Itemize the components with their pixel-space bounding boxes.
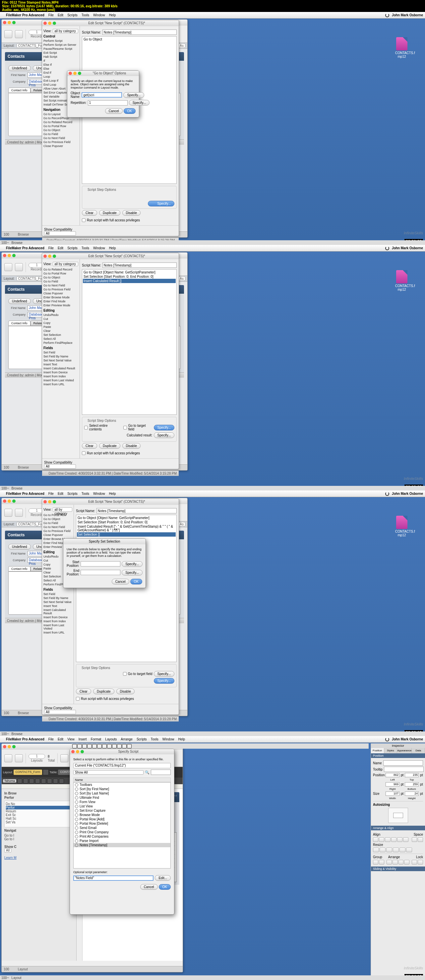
menu-window[interactable]: Window xyxy=(93,13,105,17)
zoom-value[interactable]: 100 xyxy=(4,967,9,971)
arrange-button[interactable] xyxy=(393,860,398,864)
align-right-button[interactable] xyxy=(47,778,52,784)
size-height[interactable]: 24 xyxy=(405,792,419,796)
menu-insert[interactable]: Insert xyxy=(79,737,87,741)
select-entire-checkbox[interactable] xyxy=(84,426,88,430)
menu-scripts[interactable]: Scripts xyxy=(136,737,147,741)
mode-label[interactable]: Browse xyxy=(18,711,29,715)
menu-layouts[interactable]: Layouts xyxy=(105,737,117,741)
tab-styles[interactable]: Styles xyxy=(384,748,398,753)
step-item[interactable]: Set Field By Name xyxy=(43,355,78,358)
unlock-button[interactable] xyxy=(418,860,423,864)
step-item[interactable]: Insert from Device xyxy=(43,615,72,619)
name-field[interactable] xyxy=(383,760,423,765)
step-item[interactable]: Pause/Resume Script xyxy=(43,47,78,51)
menu-scripts[interactable]: Scripts xyxy=(67,13,78,17)
menu-tools[interactable]: Tools xyxy=(82,492,89,495)
step-item[interactable]: Go to Object xyxy=(43,275,78,280)
menu-help[interactable]: Help xyxy=(109,13,116,17)
section-arrange[interactable]: Arrange & Align xyxy=(371,826,425,830)
zoom-icon[interactable] xyxy=(53,22,56,25)
ungroup-button[interactable] xyxy=(379,860,384,864)
step-item[interactable]: Clear xyxy=(43,329,78,333)
minimize-icon[interactable] xyxy=(8,254,11,257)
disable-button[interactable]: Disable xyxy=(122,210,141,216)
bold-button[interactable] xyxy=(17,778,22,784)
menu-window[interactable]: Window xyxy=(93,246,105,250)
compat-dropdown[interactable]: All xyxy=(44,231,76,235)
step-item[interactable]: Insert from URL xyxy=(43,630,72,635)
script-step[interactable]: Go to Object xyxy=(83,37,176,41)
zoom-value[interactable]: 100 xyxy=(4,711,9,715)
step-item[interactable]: Go to Field xyxy=(43,132,78,136)
section-sliding[interactable]: Sliding & Visibility xyxy=(371,867,425,871)
ok-button[interactable]: OK xyxy=(130,579,142,584)
disable-button[interactable]: Disable xyxy=(122,443,141,449)
minimize-icon[interactable] xyxy=(8,745,11,748)
zoom-value[interactable]: 100 xyxy=(4,233,9,236)
step-item[interactable]: Insert Text xyxy=(43,604,72,608)
desktop-file-icon[interactable]: CONTACTS.fmp12 xyxy=(395,516,408,537)
close-icon[interactable] xyxy=(43,500,47,503)
script-name-field[interactable] xyxy=(102,262,177,268)
step-item[interactable]: Set Field By Name xyxy=(43,596,72,600)
align-center-button[interactable] xyxy=(41,778,46,784)
step-item[interactable]: Set Next Serial Value xyxy=(43,600,72,604)
script-step[interactable]: Go to Object [Object Name: GetScriptPara… xyxy=(77,516,176,520)
lock-button[interactable] xyxy=(412,860,417,864)
nav-fwd-button[interactable] xyxy=(15,754,23,762)
line-button[interactable] xyxy=(59,778,64,784)
button-tool[interactable] xyxy=(107,744,112,748)
step-item[interactable]: Go to Next Field xyxy=(43,136,78,140)
tab-appearance[interactable]: Appearance xyxy=(397,748,412,753)
nav-back-button[interactable] xyxy=(4,263,12,271)
list-item[interactable]: Parse Import xyxy=(74,838,170,843)
rrect-tool[interactable] xyxy=(92,744,97,748)
close-icon[interactable] xyxy=(71,750,75,753)
minimize-icon[interactable] xyxy=(48,255,51,258)
resize-button[interactable] xyxy=(373,848,379,852)
step-item[interactable]: Insert from Last Visited xyxy=(43,378,78,382)
minimize-icon[interactable] xyxy=(73,72,76,75)
resize-button[interactable] xyxy=(393,848,399,852)
user-name[interactable]: John Mark Osborne xyxy=(392,246,423,250)
menu-file[interactable]: File xyxy=(48,13,54,17)
go-target-checkbox[interactable] xyxy=(123,672,127,676)
list-item[interactable]: Ultimate Find xyxy=(74,795,170,800)
specify-button[interactable]: Specify... xyxy=(129,100,149,105)
pos-bottom[interactable]: 259 xyxy=(405,782,419,786)
specify-button[interactable]: Specify... xyxy=(148,201,174,207)
step-item[interactable]: Undo/Redo xyxy=(43,313,78,317)
menu-window[interactable]: Window xyxy=(93,492,105,495)
line-tool[interactable] xyxy=(82,744,87,748)
field-tool[interactable] xyxy=(102,744,107,748)
menu-help[interactable]: Help xyxy=(109,246,116,250)
pointer-tool[interactable] xyxy=(72,744,77,748)
duplicate-button[interactable]: Duplicate xyxy=(99,210,121,216)
webviewer-tool[interactable] xyxy=(127,744,132,748)
specify-button[interactable]: Specify... xyxy=(154,678,174,684)
step-item[interactable]: Go to Portal Row xyxy=(43,124,78,128)
run-full-checkbox[interactable] xyxy=(82,218,86,222)
pos-right[interactable]: 969 xyxy=(385,782,400,786)
menu-help[interactable]: Help xyxy=(109,492,116,495)
zoom-icon[interactable] xyxy=(12,745,16,748)
disable-button[interactable]: Disable xyxy=(116,689,135,694)
view-dropdown[interactable]: all by category xyxy=(53,508,72,512)
clear-button[interactable]: Clear xyxy=(82,443,97,449)
nav-fwd-button[interactable] xyxy=(15,30,23,38)
tab-position[interactable]: Position xyxy=(371,748,384,753)
menu-arrange[interactable]: Arrange xyxy=(121,737,133,741)
fp-item[interactable]: Go to l xyxy=(4,837,74,841)
fp-item[interactable]: Resum xyxy=(6,810,72,813)
menu-file[interactable]: File xyxy=(48,737,54,741)
menu-edit[interactable]: Edit xyxy=(58,246,63,250)
close-icon[interactable] xyxy=(3,745,6,748)
step-item[interactable]: Go to Related Record xyxy=(43,267,78,272)
list-item[interactable]: Portal Row [Delete] xyxy=(74,821,170,826)
fp-item[interactable]: Halt Sc xyxy=(6,817,72,820)
sync-icon[interactable] xyxy=(385,492,389,496)
mode-label[interactable]: Browse xyxy=(18,466,29,469)
compat-dropdown[interactable]: All xyxy=(4,848,11,853)
pos-top[interactable]: 235 xyxy=(405,773,419,777)
